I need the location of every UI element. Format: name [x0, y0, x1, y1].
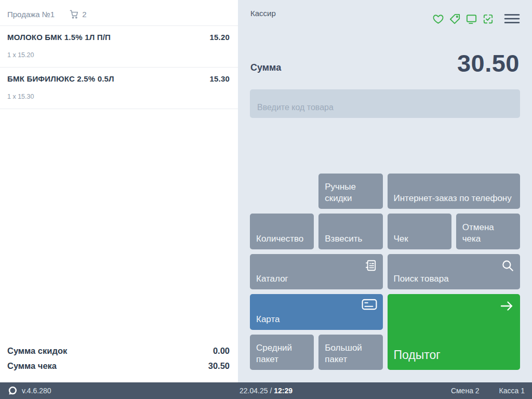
product-search-button[interactable]: Поиск товара	[388, 254, 521, 289]
subtotal-button[interactable]: Подытог	[388, 294, 521, 370]
search-icon	[501, 259, 514, 272]
discount-total-label: Сумма скидок	[7, 346, 67, 356]
register-label[interactable]: Касса 1	[499, 387, 525, 395]
keypad-grid: Ручные скидки Интернет-заказ по телефону…	[250, 174, 520, 370]
card-icon	[362, 299, 377, 310]
arrow-right-icon	[499, 299, 514, 313]
product-code-input[interactable]	[250, 89, 520, 118]
card-button[interactable]: Карта	[250, 294, 383, 329]
datetime: 22.04.25 / 12:29	[240, 387, 292, 395]
sale-item-row[interactable]: БМК БИФИЛЮКС 2.5% 0.5Л 15.30 1 x 15.30	[0, 68, 238, 109]
internet-order-button[interactable]: Интернет-заказ по телефону	[388, 174, 521, 209]
receipt-total-label: Сумма чека	[7, 361, 57, 371]
menu-icon[interactable]	[504, 12, 520, 25]
app-logo-icon	[7, 385, 18, 396]
sale-header: Продажа №1 2	[0, 0, 238, 26]
button-label: Подытог	[394, 348, 441, 363]
item-price: 15.20	[209, 33, 230, 42]
button-label: Чек	[394, 233, 408, 245]
tag-icon[interactable]	[449, 13, 461, 25]
version-block: v.4.6.280	[7, 385, 51, 396]
button-label: Ручные скидки	[325, 181, 376, 204]
weigh-button[interactable]: Взвесить	[318, 214, 382, 249]
totals-block: Сумма скидок 0.00 Сумма чека 30.50	[7, 346, 230, 376]
cancel-receipt-button[interactable]: Отмена чека	[456, 214, 520, 249]
button-label: Средний пакет	[256, 342, 308, 365]
top-icon-bar	[432, 12, 520, 25]
catalog-icon	[364, 259, 377, 272]
item-qty-line: 1 x 15.30	[7, 93, 230, 100]
datetime-separator: /	[270, 387, 272, 395]
item-price: 15.30	[209, 74, 230, 83]
manual-discounts-button[interactable]: Ручные скидки	[318, 174, 382, 209]
button-label: Поиск товара	[394, 273, 449, 285]
heart-icon[interactable]	[432, 13, 444, 25]
monitor-icon[interactable]	[466, 13, 477, 25]
cart-icon	[69, 9, 79, 19]
button-label: Отмена чека	[462, 222, 514, 245]
cart-count: 2	[82, 10, 86, 19]
receipt-button[interactable]: Чек	[388, 214, 451, 249]
cart-counter: 2	[69, 9, 86, 19]
button-label: Карта	[256, 314, 280, 325]
cashier-panel: Кассир	[238, 0, 532, 382]
item-qty-line: 1 x 15.20	[7, 51, 230, 59]
sale-title: Продажа №1	[7, 10, 55, 19]
button-label: Интернет-заказ по телефону	[394, 193, 512, 204]
sale-item-row[interactable]: МОЛОКО БМК 1.5% 1Л П/П 15.20 1 x 15.20	[0, 26, 238, 68]
sum-value: 30.50	[457, 49, 520, 77]
quantity-button[interactable]: Количество	[250, 214, 314, 249]
discount-total-row: Сумма скидок 0.00	[7, 346, 230, 356]
app-version: v.4.6.280	[22, 387, 51, 395]
large-bag-button[interactable]: Большой пакет	[318, 335, 382, 370]
item-name: БМК БИФИЛЮКС 2.5% 0.5Л	[7, 74, 114, 83]
receipt-total-row: Сумма чека 30.50	[7, 361, 230, 371]
button-label: Взвесить	[325, 233, 362, 245]
item-name: МОЛОКО БМК 1.5% 1Л П/П	[7, 33, 111, 42]
discount-total-value: 0.00	[213, 346, 230, 356]
date-label: 22.04.25	[240, 387, 268, 395]
shift-label[interactable]: Смена 2	[451, 387, 480, 395]
button-label: Большой пакет	[325, 342, 376, 365]
cashier-label: Кассир	[250, 9, 276, 18]
status-bar: v.4.6.280 22.04.25 / 12:29 Смена 2 Касса…	[0, 382, 532, 399]
button-label: Количество	[256, 233, 303, 245]
receipt-total-value: 30.50	[208, 361, 230, 371]
sum-label: Сумма	[250, 62, 281, 73]
catalog-button[interactable]: Каталог	[250, 254, 383, 289]
time-label: 12:29	[274, 387, 292, 395]
empty-cell	[250, 174, 314, 209]
sale-panel: Продажа №1 2 МОЛОКО БМК 1.5% 1Л П/П 15.2…	[0, 0, 238, 382]
scan-check-icon[interactable]	[482, 13, 494, 25]
button-label: Каталог	[256, 273, 288, 285]
medium-bag-button[interactable]: Средний пакет	[250, 335, 314, 370]
